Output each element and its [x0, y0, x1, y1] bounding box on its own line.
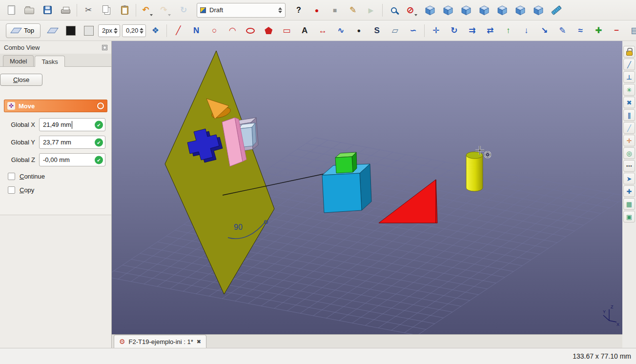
refresh-button[interactable]: ↻: [175, 2, 192, 19]
view-rear-button[interactable]: [494, 2, 511, 19]
text-scale-spinbox[interactable]: 0,20: [122, 24, 146, 37]
draft-upgrade-button[interactable]: ↑: [500, 22, 516, 39]
draft-delpoint-button[interactable]: −: [608, 22, 625, 39]
save-icon: [43, 6, 52, 14]
dropdown-caret-icon[interactable]: [168, 14, 171, 16]
snap-endpoint-button[interactable]: ╱: [623, 59, 635, 70]
snap-midpoint-button[interactable]: ⊥: [623, 71, 635, 83]
copy-button[interactable]: [98, 2, 115, 19]
new-document-button[interactable]: [3, 2, 20, 19]
draft-rectangle-button[interactable]: ▭: [278, 22, 295, 39]
working-plane-button[interactable]: Top: [6, 23, 41, 38]
draft-polygon-button[interactable]: [260, 22, 277, 39]
status-bar: 133.67 x 77.10 mm: [0, 348, 636, 364]
whats-this-button[interactable]: ?: [290, 2, 307, 19]
spinbox-arrows-icon[interactable]: [114, 28, 118, 34]
macro-stop-button[interactable]: ■: [327, 2, 343, 19]
draft-bezier-button[interactable]: ∽: [405, 22, 421, 39]
snap-ortho-button[interactable]: ⋯: [623, 160, 635, 172]
view-top-button[interactable]: [458, 2, 474, 19]
apply-style-button[interactable]: ❖: [147, 22, 164, 39]
close-tab-icon[interactable]: ✖: [197, 339, 201, 345]
snap-angle-button[interactable]: ✳: [623, 84, 635, 96]
snap-concentric-button[interactable]: ◎: [623, 147, 635, 159]
snap-lock-button[interactable]: [623, 46, 635, 58]
close-task-button[interactable]: Close: [0, 74, 42, 86]
draft-point-button[interactable]: •: [350, 22, 367, 39]
snap-grid-button[interactable]: ▣: [623, 211, 635, 222]
draft-rotate-button[interactable]: ↻: [446, 22, 462, 39]
box-zoom-button[interactable]: [386, 2, 402, 19]
draft-scale-button[interactable]: ↘: [536, 22, 553, 39]
snap-dimensions-button[interactable]: ✚: [623, 185, 635, 197]
measure-distance-button[interactable]: [548, 2, 565, 19]
continue-checkbox[interactable]: [8, 173, 15, 180]
view-bottom-button[interactable]: [512, 2, 529, 19]
snap-intersection-button[interactable]: ✖: [623, 97, 635, 108]
draft-wire-button[interactable]: N: [188, 22, 205, 39]
view-front-button[interactable]: [440, 2, 456, 19]
global-z-input[interactable]: -0,00 mm ✔: [39, 153, 105, 166]
view-right-button[interactable]: [476, 2, 492, 19]
save-button[interactable]: [39, 2, 56, 19]
redo-button[interactable]: ↷: [157, 2, 174, 19]
macro-play-button[interactable]: ▶: [363, 2, 379, 19]
open-document-button[interactable]: [21, 2, 38, 19]
select-plane-button[interactable]: [44, 22, 61, 39]
draft-trimex-button[interactable]: ⇄: [482, 22, 498, 39]
tab-model[interactable]: Model: [3, 55, 34, 66]
copy-checkbox[interactable]: [8, 186, 15, 194]
draft-arc-button[interactable]: ◠: [224, 22, 241, 39]
draft-offset-button[interactable]: ⇉: [464, 22, 480, 39]
clipping-button[interactable]: ⊘: [404, 2, 420, 19]
document-tab[interactable]: ⚙ F2-T19-ejemplo-ini : 1* ✖: [114, 335, 206, 348]
snap-parallel-button[interactable]: ∥: [623, 109, 635, 121]
cut-button[interactable]: ✂: [80, 2, 97, 19]
green-cube-shape[interactable]: [335, 152, 357, 173]
draft-downgrade-button[interactable]: ↓: [518, 22, 534, 39]
tab-tasks[interactable]: Tasks: [35, 56, 64, 67]
dropdown-caret-icon[interactable]: [414, 14, 417, 16]
dropdown-caret-icon[interactable]: [150, 14, 153, 16]
snap-workingplane-button[interactable]: ▦: [623, 198, 635, 210]
global-y-input[interactable]: 23,77 mm ✔: [39, 136, 105, 149]
draft-shape2dview-button[interactable]: ▤: [626, 22, 636, 39]
global-x-input[interactable]: 21,49 mm ✔: [39, 118, 105, 131]
macro-edit-button[interactable]: ✎: [345, 2, 361, 19]
view-cube-icon: [443, 5, 453, 16]
draft-circle-button[interactable]: ○: [206, 22, 223, 39]
combobox-arrows-icon[interactable]: [278, 7, 282, 13]
3d-scene[interactable]: 90: [112, 41, 622, 334]
paste-button[interactable]: [116, 2, 133, 19]
snap-extension-button[interactable]: ╱: [623, 122, 635, 134]
snap-center-button[interactable]: ✛: [623, 135, 635, 146]
line-width-spinbox[interactable]: 2px: [98, 24, 120, 37]
3d-viewport[interactable]: 90: [112, 41, 622, 334]
draft-edit-button[interactable]: ✎: [554, 22, 571, 39]
continue-checkbox-row[interactable]: Continue: [8, 173, 103, 180]
draft-addpoint-button[interactable]: ✚: [590, 22, 607, 39]
draft-text-button[interactable]: A: [296, 22, 313, 39]
draft-dimension-button[interactable]: ↔: [314, 22, 331, 39]
draft-shapestring-button[interactable]: S: [369, 22, 385, 39]
view-isometric-button[interactable]: [422, 2, 438, 19]
draft-bspline-button[interactable]: ∿: [332, 22, 349, 39]
snap-special-button[interactable]: ➤: [623, 173, 635, 184]
copy-checkbox-row[interactable]: Copy: [8, 186, 103, 194]
yellow-cylinder-shape[interactable]: [466, 152, 483, 191]
draft-line-button[interactable]: ╱: [170, 22, 186, 39]
spinbox-arrows-icon[interactable]: [140, 28, 144, 34]
face-color-swatch[interactable]: [81, 22, 97, 39]
draft-wire2bspline-button[interactable]: ≈: [572, 22, 589, 39]
view-left-button[interactable]: [530, 2, 547, 19]
float-panel-icon[interactable]: [102, 45, 107, 50]
workbench-selector[interactable]: Draft: [197, 3, 286, 18]
undo-button[interactable]: ↶: [139, 2, 156, 19]
print-button[interactable]: [57, 2, 74, 19]
draft-ellipse-button[interactable]: [242, 22, 259, 39]
help-icon[interactable]: [97, 102, 104, 109]
draft-move-button[interactable]: ✛: [428, 22, 444, 39]
line-color-swatch[interactable]: [62, 22, 79, 39]
draft-facebinder-button[interactable]: ▱: [387, 22, 403, 39]
macro-record-button[interactable]: ●: [308, 2, 325, 19]
